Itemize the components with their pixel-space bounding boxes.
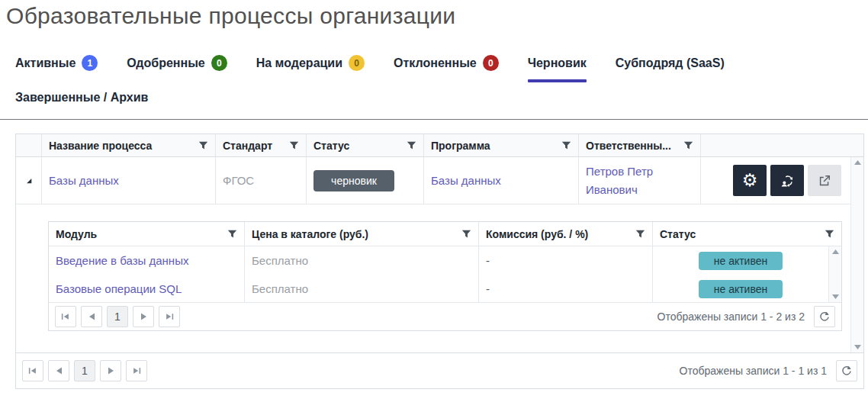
grid-pager: 1 Отображены записи 1 - 1 из 1: [16, 352, 863, 388]
filter-icon[interactable]: [461, 229, 471, 239]
prev-page-icon: [56, 367, 63, 375]
responsible-link[interactable]: Петров Петр Иванович: [586, 162, 693, 198]
modules-grid: Модуль Цена в каталоге (руб.): [48, 221, 842, 331]
standard-cell: ФГОС: [215, 157, 306, 204]
last-page-button[interactable]: [126, 360, 147, 381]
pager-info: Отображены записи 1 - 2 из 2: [657, 311, 805, 323]
first-page-button[interactable]: [22, 360, 43, 381]
tab-row-1: Активные 1 Одобренные 0 На модерации 0 О…: [15, 55, 854, 71]
refresh-button[interactable]: [814, 306, 835, 327]
next-page-button[interactable]: [133, 306, 154, 327]
refresh-icon: [841, 365, 853, 377]
refresh-icon: [818, 311, 831, 323]
commission-value: -: [486, 254, 490, 267]
pager-info: Отображены записи 1 - 1 из 1: [680, 365, 828, 377]
change-responsible-button[interactable]: [770, 165, 804, 196]
current-page-button[interactable]: 1: [107, 306, 128, 327]
grid-scrollbar[interactable]: [850, 157, 863, 352]
status-badge: черновик: [313, 170, 394, 191]
tab-moderation[interactable]: На модерации 0: [256, 55, 365, 71]
tab-label: Завершенные / Архив: [15, 91, 148, 105]
process-name-link[interactable]: Базы данных: [49, 174, 119, 187]
module-status-cell: не активен: [652, 275, 828, 303]
tab-approved[interactable]: Одобренные 0: [127, 55, 227, 71]
pager-buttons: 1: [55, 306, 180, 327]
price-value: Бесплатно: [252, 254, 308, 267]
prev-page-icon: [88, 313, 95, 320]
last-page-icon: [132, 367, 141, 375]
column-title: Комиссия (руб. / %): [486, 228, 588, 240]
next-page-button[interactable]: [100, 360, 121, 381]
next-page-icon: [140, 313, 147, 320]
tab-subcontract[interactable]: Субподряд (SaaS): [616, 56, 725, 70]
pager-right: Отображены записи 1 - 1 из 1: [680, 360, 858, 381]
filter-icon[interactable]: [683, 140, 693, 150]
filter-icon[interactable]: [561, 140, 571, 150]
grid-body: Базы данных ФГОС черновик Базы данных Пе…: [16, 157, 863, 352]
column-title: Ответственны...: [586, 140, 671, 152]
refresh-button[interactable]: [836, 360, 857, 381]
filter-icon[interactable]: [825, 229, 834, 239]
table-row: Базы данных ФГОС черновик Базы данных Пе…: [16, 157, 850, 204]
current-page-button[interactable]: 1: [74, 360, 95, 381]
process-name-cell: Базы данных: [41, 157, 215, 204]
open-external-button[interactable]: [808, 165, 841, 196]
scroll-up-icon[interactable]: [854, 160, 861, 165]
module-cell: Базовые операции SQL: [49, 275, 244, 303]
pager-right: Отображены записи 1 - 2 из 2: [657, 306, 836, 327]
tab-active-processes[interactable]: Активные 1: [15, 55, 98, 71]
prev-page-button[interactable]: [48, 360, 69, 381]
prev-page-button[interactable]: [81, 306, 102, 327]
filter-icon[interactable]: [198, 140, 208, 150]
count-badge: 1: [82, 55, 98, 71]
row-actions: ⚙: [700, 157, 850, 204]
external-link-icon: [817, 173, 832, 188]
first-page-button[interactable]: [55, 306, 76, 327]
filter-icon[interactable]: [227, 229, 237, 239]
column-title: Стандарт: [223, 140, 272, 152]
scroll-down-icon[interactable]: [854, 345, 861, 349]
settings-button[interactable]: ⚙: [733, 165, 767, 196]
tab-label: Отклоненные: [394, 56, 477, 70]
modules-grid-body: Введение в базы данных Бесплатно - не ак…: [49, 246, 841, 303]
price-value: Бесплатно: [252, 282, 308, 295]
tab-label: Активные: [15, 56, 76, 70]
filter-icon[interactable]: [289, 140, 299, 150]
column-header-actions: [700, 134, 863, 156]
person-sync-icon: [779, 172, 796, 189]
commission-cell: -: [478, 275, 652, 303]
column-header-program: Программа: [423, 134, 578, 156]
tab-rejected[interactable]: Отклоненные 0: [394, 55, 499, 71]
filter-icon[interactable]: [407, 140, 416, 150]
divider: [0, 119, 868, 120]
commission-cell: -: [478, 246, 652, 275]
first-page-icon: [28, 367, 37, 375]
scroll-down-icon[interactable]: [832, 294, 839, 299]
last-page-icon: [165, 313, 174, 320]
program-link[interactable]: Базы данных: [431, 174, 501, 187]
scroll-up-icon[interactable]: [832, 249, 839, 254]
price-cell: Бесплатно: [244, 246, 478, 275]
tab-row-2: Завершенные / Архив: [15, 91, 854, 105]
column-header-responsible: Ответственны...: [578, 134, 700, 156]
filter-icon[interactable]: [635, 229, 645, 239]
status-cell: черновик: [306, 157, 423, 204]
detail-row: Модуль Цена в каталоге (руб.): [16, 204, 863, 331]
price-cell: Бесплатно: [244, 275, 478, 303]
modules-grid-header: Модуль Цена в каталоге (руб.): [49, 222, 841, 246]
responsible-cell: Петров Петр Иванович: [578, 157, 700, 204]
modules-scrollbar[interactable]: [828, 246, 841, 302]
column-title: Название процесса: [49, 140, 152, 152]
module-link[interactable]: Введение в базы данных: [56, 254, 188, 267]
tab-archive[interactable]: Завершенные / Архив: [15, 91, 148, 105]
tab-draft[interactable]: Черновик: [528, 56, 587, 70]
module-link[interactable]: Базовые операции SQL: [56, 282, 182, 295]
gear-icon: ⚙: [742, 172, 758, 189]
column-header-price: Цена в каталоге (руб.): [244, 222, 478, 246]
module-cell: Введение в базы данных: [49, 246, 244, 275]
last-page-button[interactable]: [159, 306, 180, 327]
program-cell: Базы данных: [423, 157, 578, 204]
column-header-module: Модуль: [49, 222, 244, 246]
collapse-row-button[interactable]: [16, 157, 41, 204]
column-title: Статус: [313, 140, 349, 152]
